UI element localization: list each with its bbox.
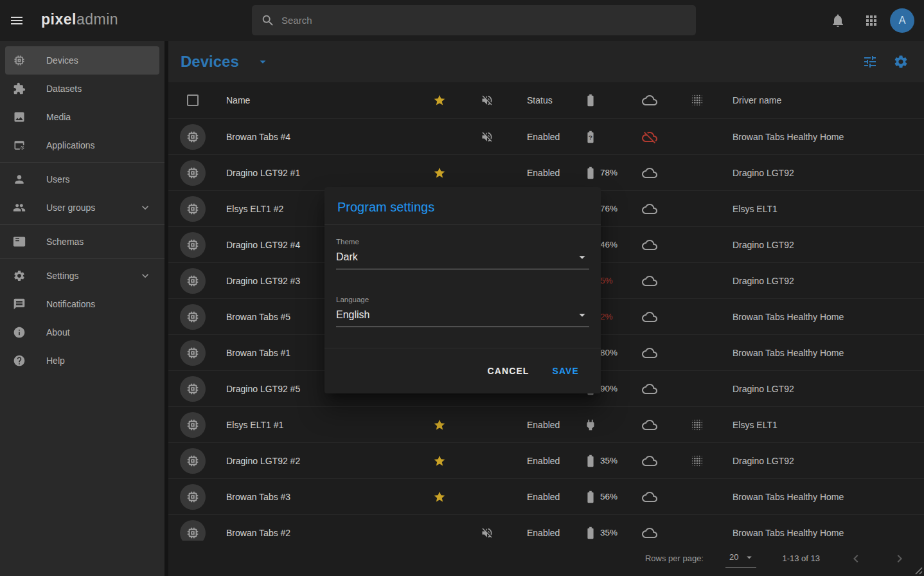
- sidebar-item-label: Applications: [46, 140, 139, 150]
- save-button[interactable]: SAVE: [547, 361, 585, 381]
- sidebar-item-icon: [13, 82, 26, 95]
- sidebar-item-about[interactable]: About: [5, 318, 159, 346]
- device-name: Browan Tabs #4: [217, 132, 415, 142]
- device-name: Dragino LGT92 #1: [217, 168, 415, 178]
- star-icon[interactable]: [433, 455, 446, 467]
- device-name: Dragino LGT92 #2: [217, 456, 415, 466]
- theme-caret-icon: [575, 250, 589, 264]
- device-name: Elsys ELT1 #1: [217, 420, 415, 430]
- language-value: English: [336, 309, 575, 321]
- battery-unknown-icon: [583, 130, 598, 144]
- device-avatar: [180, 124, 206, 150]
- search-bar: [252, 5, 696, 35]
- filter-tune-icon[interactable]: [862, 54, 878, 69]
- cloud-icon: [642, 381, 657, 397]
- device-avatar: [180, 520, 206, 541]
- battery-percent: 78%: [600, 168, 617, 177]
- select-all-checkbox[interactable]: [187, 94, 199, 106]
- language-label: Language: [336, 296, 589, 303]
- device-status: Enabled: [510, 528, 568, 538]
- sidebar-item-icon: [13, 298, 26, 310]
- sidebar-item-devices[interactable]: Devices: [5, 46, 159, 75]
- column-header-name[interactable]: Name: [217, 95, 415, 105]
- mesh-icon: [690, 454, 704, 468]
- sidebar-item-datasets[interactable]: Datasets: [5, 75, 159, 103]
- sidebar-item-settings[interactable]: Settings: [5, 262, 159, 290]
- language-select[interactable]: English: [336, 305, 589, 327]
- device-avatar: [180, 484, 206, 510]
- column-header-status[interactable]: Status: [510, 95, 568, 105]
- sidebar-item-media[interactable]: Media: [5, 103, 159, 131]
- sidebar-item-users[interactable]: Users: [5, 165, 159, 194]
- sidebar-item-label: Settings: [46, 271, 139, 281]
- device-avatar: [180, 160, 206, 186]
- battery-icon: [583, 490, 598, 504]
- sidebar-item-applications[interactable]: Applications: [5, 131, 159, 159]
- driver-name: Dragino LGT92: [721, 384, 924, 394]
- table-row[interactable]: Dragino LGT92 #1 Enabled 78% Dragino LGT…: [168, 155, 924, 191]
- star-icon[interactable]: [433, 491, 446, 503]
- next-page-icon[interactable]: [892, 551, 907, 566]
- language-field: Language English: [336, 296, 589, 327]
- sidebar-divider: [0, 258, 164, 259]
- table-row[interactable]: Elsys ELT1 #1 Enabled Elsys ELT1: [168, 407, 924, 443]
- table-settings-gear-icon[interactable]: [893, 54, 909, 69]
- sidebar-item-label: Datasets: [46, 84, 139, 94]
- avatar-letter: A: [899, 15, 906, 26]
- resize-handle[interactable]: [912, 564, 923, 575]
- menu-toggle-button[interactable]: [9, 13, 24, 28]
- table-row[interactable]: Browan Tabs #3 Enabled 56% Browan Tabs H…: [168, 479, 924, 515]
- sidebar-item-icon: [13, 54, 26, 67]
- notifications-bell-icon[interactable]: [830, 13, 846, 28]
- cloud-off-icon: [642, 129, 657, 145]
- driver-name: Elsys ELT1: [721, 204, 924, 214]
- page-title-caret-icon[interactable]: [256, 55, 270, 69]
- sidebar-divider: [0, 224, 164, 225]
- sidebar-item-label: Devices: [46, 55, 139, 66]
- theme-select[interactable]: Dark: [336, 248, 589, 269]
- apps-grid-icon[interactable]: [864, 13, 879, 28]
- sidebar-item-icon: [13, 269, 26, 282]
- volume-off-column-icon[interactable]: [481, 94, 493, 107]
- rows-per-page-select[interactable]: 20: [725, 550, 756, 568]
- driver-name: Browan Tabs Healthy Home: [721, 312, 924, 322]
- topbar: pixeladmin A: [0, 0, 924, 41]
- search-input[interactable]: [281, 15, 687, 26]
- cloud-column-icon[interactable]: [642, 93, 657, 108]
- device-avatar: [180, 448, 206, 474]
- theme-field: Theme Dark: [336, 238, 589, 269]
- star-icon[interactable]: [433, 166, 446, 179]
- sidebar-item-icon: [13, 235, 26, 248]
- mesh-column-icon[interactable]: [690, 93, 704, 107]
- cloud-icon: [642, 273, 657, 289]
- previous-page-icon[interactable]: [848, 551, 864, 566]
- sidebar-item-user-groups[interactable]: User groups: [5, 194, 159, 222]
- sidebar-item-help[interactable]: Help: [5, 346, 159, 375]
- driver-name: Dragino LGT92: [721, 240, 924, 250]
- sidebar-item-schemas[interactable]: Schemas: [5, 228, 159, 256]
- rows-per-page-caret-icon: [743, 552, 755, 563]
- device-status: Enabled: [510, 492, 568, 502]
- cloud-icon: [642, 489, 657, 505]
- sidebar-item-notifications[interactable]: Notifications: [5, 290, 159, 318]
- column-header-driver[interactable]: Driver name: [721, 95, 924, 105]
- battery-percent: 80%: [600, 348, 617, 357]
- table-row[interactable]: Dragino LGT92 #2 Enabled 35% Dragino LGT…: [168, 443, 924, 479]
- star-icon[interactable]: [433, 419, 446, 431]
- volume-off-icon: [481, 130, 493, 143]
- cancel-button[interactable]: CANCEL: [483, 361, 535, 381]
- table-row[interactable]: Browan Tabs #2 Enabled 35% Browan Tabs H…: [168, 515, 924, 541]
- driver-name: Browan Tabs Healthy Home: [721, 492, 924, 502]
- user-avatar[interactable]: A: [890, 8, 914, 33]
- page-title: Devices: [181, 53, 239, 71]
- language-caret-icon: [575, 308, 589, 322]
- table-row[interactable]: Browan Tabs #4 Enabled Browan Tabs Healt…: [168, 119, 924, 155]
- star-column-icon[interactable]: [433, 94, 446, 107]
- device-avatar: [180, 196, 206, 222]
- battery-column-icon[interactable]: [583, 93, 598, 107]
- app-logo: pixeladmin: [41, 11, 118, 28]
- battery-percent: 35%: [600, 528, 617, 537]
- battery-percent: 76%: [600, 204, 617, 213]
- battery-percent: 46%: [600, 240, 617, 249]
- chevron-down-icon: [139, 201, 152, 214]
